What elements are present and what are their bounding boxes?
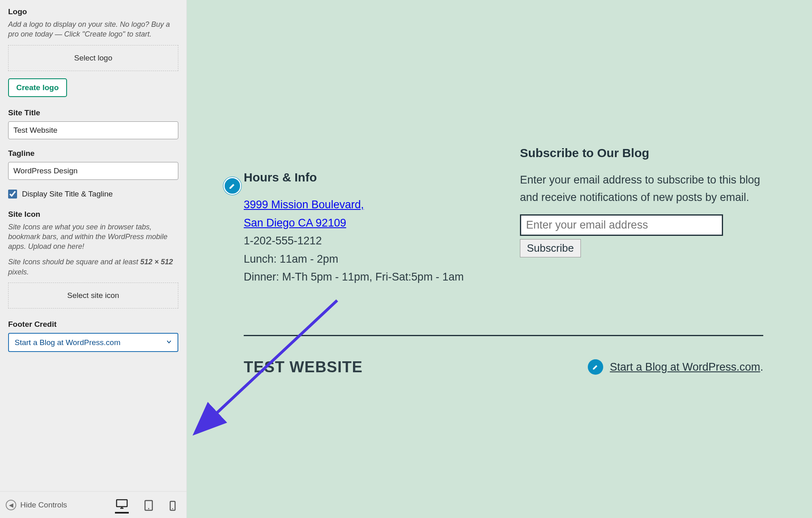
- subscribe-description: Enter your email address to subscribe to…: [520, 171, 763, 206]
- footer-credit-select[interactable]: Start a Blog at WordPress.com: [8, 333, 178, 352]
- logo-heading: Logo: [8, 7, 178, 16]
- tagline-input[interactable]: [8, 162, 178, 180]
- footer-credit-label: Footer Credit: [8, 320, 178, 329]
- svg-point-2: [148, 508, 149, 509]
- device-tablet-button[interactable]: [143, 497, 154, 514]
- site-icon-desc-1: Site Icons are what you see in browser t…: [8, 222, 178, 252]
- site-icon-heading: Site Icon: [8, 210, 178, 219]
- collapse-caret-icon: ◀: [6, 500, 16, 510]
- display-title-tagline-checkbox[interactable]: [8, 190, 17, 199]
- hide-controls-button[interactable]: ◀ Hide Controls: [6, 500, 67, 510]
- pencil-icon: [228, 182, 236, 190]
- logo-description: Add a logo to display on your site. No l…: [8, 19, 178, 39]
- pencil-icon: [592, 363, 599, 371]
- desktop-icon: [116, 499, 128, 509]
- preview-content: Hours & Info 3999 Mission Boulevard, San…: [244, 171, 763, 376]
- device-preview-switcher: [115, 496, 181, 514]
- site-icon-desc-2-bold: 512 × 512: [140, 258, 173, 266]
- footer-credit-wrap: Start a Blog at WordPress.com.: [588, 359, 763, 375]
- widgets-row: Hours & Info 3999 Mission Boulevard, San…: [244, 171, 763, 286]
- dinner-hours-text: Dinner: M-Th 5pm - 11pm, Fri-Sat:5pm - 1…: [244, 271, 464, 283]
- site-title-input[interactable]: [8, 121, 178, 139]
- address-line-2[interactable]: San Diego CA 92109: [244, 217, 346, 229]
- edit-widget-icon[interactable]: [223, 177, 241, 195]
- select-logo-button[interactable]: Select logo: [8, 45, 178, 71]
- site-icon-desc-2-pre: Site Icons should be square and at least: [8, 258, 140, 266]
- device-mobile-button[interactable]: [169, 498, 177, 514]
- edit-credit-icon[interactable]: [588, 359, 603, 375]
- site-icon-desc-2-post: pixels.: [8, 268, 29, 276]
- svg-point-4: [172, 508, 173, 509]
- footer-site-name[interactable]: TEST WEBSITE: [244, 358, 363, 376]
- device-desktop-button[interactable]: [115, 496, 129, 514]
- tagline-label: Tagline: [8, 149, 178, 158]
- phone-text: 1-202-555-1212: [244, 235, 322, 247]
- display-title-tagline-row: Display Site Title & Tagline: [8, 190, 178, 199]
- site-icon-desc-2: Site Icons should be square and at least…: [8, 257, 178, 277]
- svg-rect-0: [117, 500, 127, 507]
- address-line-1[interactable]: 3999 Mission Boulevard,: [244, 199, 364, 211]
- subscribe-widget[interactable]: Subscribe to Our Blog Enter your email a…: [520, 171, 763, 286]
- preview-footer: TEST WEBSITE Start a Blog at WordPress.c…: [244, 336, 763, 376]
- footer-credit-link[interactable]: Start a Blog at WordPress.com: [610, 361, 760, 373]
- hours-info-title: Hours & Info: [244, 171, 479, 184]
- subscribe-button[interactable]: Subscribe: [520, 239, 581, 257]
- tablet-icon: [144, 500, 153, 511]
- sidebar-scroll: Logo Add a logo to display on your site.…: [0, 0, 186, 491]
- hide-controls-label: Hide Controls: [20, 501, 67, 509]
- control-bar: ◀ Hide Controls: [0, 491, 186, 518]
- subscribe-email-input[interactable]: [520, 214, 723, 236]
- footer-credit-select-wrap: Start a Blog at WordPress.com: [8, 333, 178, 352]
- mobile-icon: [169, 501, 176, 511]
- lunch-hours-text: Lunch: 11am - 2pm: [244, 253, 338, 265]
- hours-info-widget[interactable]: Hours & Info 3999 Mission Boulevard, San…: [244, 171, 479, 286]
- select-site-icon-button[interactable]: Select site icon: [8, 283, 178, 309]
- display-title-tagline-label[interactable]: Display Site Title & Tagline: [22, 190, 113, 199]
- customizer-sidebar: Logo Add a logo to display on your site.…: [0, 0, 187, 518]
- subscribe-title: Subscribe to Our Blog: [520, 146, 763, 160]
- create-logo-button[interactable]: Create logo: [8, 78, 67, 97]
- preview-pane: Hours & Info 3999 Mission Boulevard, San…: [187, 0, 812, 518]
- footer-credit-dot: .: [760, 361, 763, 373]
- site-title-label: Site Title: [8, 108, 178, 117]
- hours-info-body: 3999 Mission Boulevard, San Diego CA 921…: [244, 196, 479, 286]
